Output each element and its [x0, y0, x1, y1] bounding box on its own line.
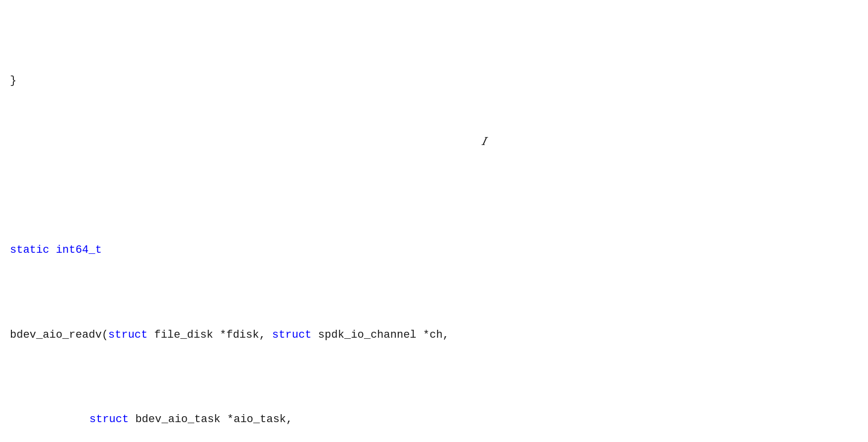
code-editor: } static int64_t bdev_aio_readv(struct f…: [0, 0, 868, 442]
line-param1: struct bdev_aio_task *aio_task,: [10, 411, 858, 428]
line-blank-1: [10, 157, 858, 174]
code-content: } static int64_t bdev_aio_readv(struct f…: [0, 0, 868, 442]
line-close-brace: }: [10, 73, 858, 89]
line-static: static int64_t: [10, 242, 858, 259]
line-func-sig: bdev_aio_readv(struct file_disk *fdisk, …: [10, 327, 858, 344]
